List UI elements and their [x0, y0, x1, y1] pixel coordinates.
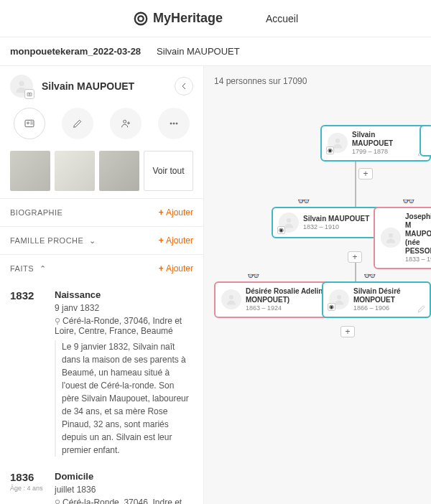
svg-point-13 — [389, 233, 393, 238]
more-icon — [168, 118, 180, 129]
svg-point-6 — [27, 122, 29, 124]
glasses-icon: 👓 — [363, 270, 376, 281]
nav-home[interactable]: Accueil — [266, 13, 298, 24]
camera-icon: ◉ — [328, 303, 335, 311]
camera-icon: ◉ — [326, 146, 334, 154]
fact-age: Âge : 4 ans — [10, 485, 45, 492]
svg-point-8 — [170, 123, 172, 124]
add-biography[interactable]: Ajouter — [159, 207, 193, 218]
add-node-button[interactable]: + — [348, 251, 362, 263]
glasses-icon: 👓 — [297, 195, 310, 207]
section-facts[interactable]: FAITS ⌃ Ajouter — [0, 254, 203, 282]
fact-year: 1836Âge : 4 ans — [10, 471, 45, 504]
svg-point-4 — [29, 93, 30, 95]
camera-icon: ◉ — [277, 226, 285, 234]
node-dates: 1833 – 1912 — [405, 256, 431, 263]
pencil-icon — [72, 118, 83, 129]
tree-node-mother[interactable]: Josephine M MAUPOUET (née PESSON)1833 – … — [374, 207, 431, 269]
chevron-up-icon: ⌃ — [40, 264, 47, 273]
add-person-icon — [120, 118, 131, 129]
fact-title: Domicile — [55, 471, 193, 482]
chevron-left-icon — [178, 80, 190, 92]
person-avatar[interactable] — [10, 75, 33, 98]
add-node-button[interactable]: + — [340, 326, 355, 337]
section-title: FAITS ⌃ — [10, 264, 46, 274]
svg-rect-5 — [25, 120, 34, 126]
camera-icon[interactable] — [24, 89, 34, 99]
svg-point-0 — [135, 12, 147, 24]
svg-point-12 — [287, 218, 291, 223]
id-card-icon — [24, 118, 35, 129]
fact-year: 1832 — [10, 289, 45, 457]
svg-point-1 — [138, 16, 143, 21]
breadcrumb: monpouetekeram_2022-03-28 Silvain MAUPOU… — [0, 37, 431, 66]
fact-title: Naissance — [55, 289, 193, 300]
tree-node-partial[interactable] — [420, 125, 431, 157]
logo-icon — [133, 11, 149, 27]
section-title: BIOGRAPHIE — [10, 208, 62, 217]
chevron-down-icon: ⌄ — [89, 236, 96, 245]
media-thumb[interactable] — [99, 151, 139, 191]
tree-node-grandfather[interactable]: ◉ Silvain MAUPOUET1799 – 1878 — [320, 125, 431, 162]
tree-canvas[interactable]: ◉ Silvain MAUPOUET1799 – 1878 + 👓 👓 ◉ Si… — [204, 95, 431, 504]
tree-node-son[interactable]: ◉ Silvain Désiré MONPOUET1866 – 1906 — [322, 281, 431, 318]
add-family[interactable]: Ajouter — [159, 235, 193, 246]
person-header: Silvain MAUPOUET — [0, 66, 203, 98]
svg-point-2 — [19, 81, 24, 86]
media-thumbnails: Voir tout — [0, 151, 203, 198]
brand-text: MyHeritage — [153, 11, 223, 26]
section-family[interactable]: FAMILLE PROCHE ⌄ Ajouter — [0, 226, 203, 254]
fact-place: Céré-la-Ronde, 37046, Indre et Loire, Ce… — [55, 498, 193, 504]
node-avatar — [221, 289, 241, 309]
back-button[interactable] — [175, 77, 193, 95]
profile-view-button[interactable] — [14, 108, 45, 139]
action-bar — [0, 98, 203, 151]
svg-point-10 — [176, 123, 177, 124]
fact-row[interactable]: 1832 Naissance 9 janv 1832 Céré-la-Ronde… — [10, 282, 193, 464]
node-avatar — [381, 228, 401, 248]
facts-list: 1832 Naissance 9 janv 1832 Céré-la-Ronde… — [0, 282, 203, 504]
node-name: Silvain Désiré MONPOUET — [353, 287, 411, 304]
more-button[interactable] — [158, 108, 190, 139]
add-fact[interactable]: Ajouter — [159, 263, 193, 274]
breadcrumb-person[interactable]: Silvain MAUPOUET — [157, 46, 240, 57]
svg-point-14 — [229, 295, 233, 299]
pencil-icon[interactable] — [417, 304, 427, 314]
add-node-button[interactable]: + — [358, 168, 373, 179]
media-thumb[interactable] — [10, 151, 50, 191]
node-dates: 1832 – 1910 — [303, 223, 369, 231]
node-name: Silvain MAUPOUET — [303, 215, 369, 223]
svg-point-15 — [337, 295, 341, 299]
media-thumb[interactable] — [55, 151, 95, 191]
node-name: Josephine M MAUPOUET (née PESSON) — [405, 213, 431, 256]
node-avatar: ◉ — [279, 213, 299, 233]
fact-date: 9 janv 1832 — [55, 303, 193, 313]
fact-description: Le 9 janvier 1832, Silvain naît dans la … — [55, 340, 193, 457]
person-name: Silvain MAUPOUET — [42, 80, 134, 92]
edit-button[interactable] — [62, 108, 93, 139]
section-biography[interactable]: BIOGRAPHIE Ajouter — [0, 198, 203, 226]
brand-logo[interactable]: MyHeritage — [133, 11, 223, 27]
add-person-button[interactable] — [110, 108, 142, 139]
fact-place: Céré-la-Ronde, 37046, Indre et Loire, Ce… — [55, 316, 193, 336]
svg-point-9 — [173, 123, 175, 124]
tree-canvas-area[interactable]: 14 personnes sur 17090 ◉ Silvain MAUPOUE… — [204, 66, 431, 504]
glasses-icon: 👓 — [402, 195, 414, 207]
glasses-icon: 👓 — [247, 270, 259, 281]
breadcrumb-site[interactable]: monpouetekeram_2022-03-28 — [10, 46, 141, 57]
node-dates: 1799 – 1878 — [352, 148, 411, 156]
fact-date: juillet 1836 — [55, 485, 193, 495]
svg-point-7 — [124, 120, 126, 123]
node-dates: 1866 – 1906 — [353, 304, 411, 312]
section-title: FAMILLE PROCHE ⌄ — [10, 236, 96, 246]
node-avatar: ◉ — [329, 289, 349, 309]
node-avatar: ◉ — [328, 133, 348, 153]
svg-rect-3 — [27, 93, 32, 95]
view-all-media[interactable]: Voir tout — [144, 151, 193, 191]
node-name: Silvain MAUPOUET — [352, 131, 411, 148]
tree-count: 14 personnes sur 17090 — [204, 66, 431, 96]
tree-node-father[interactable]: ◉ Silvain MAUPOUET1832 – 1910 — [272, 207, 389, 238]
fact-row[interactable]: 1836Âge : 4 ans Domicile juillet 1836 Cé… — [10, 464, 193, 504]
app-header: MyHeritage Accueil — [0, 0, 431, 37]
svg-point-11 — [335, 139, 340, 143]
